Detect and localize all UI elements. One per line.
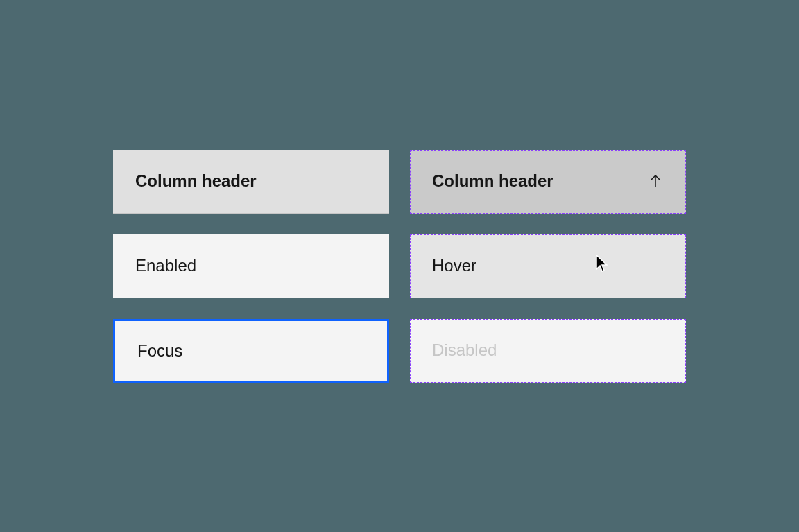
column-header-label: Column header	[432, 171, 553, 191]
row-focus[interactable]: Focus	[113, 319, 389, 383]
column-header-label: Column header	[135, 171, 257, 191]
column-header-normal[interactable]: Column header	[113, 150, 389, 214]
row-label: Focus	[137, 341, 182, 361]
arrow-up-icon	[647, 173, 664, 189]
row-hover[interactable]: Hover	[410, 234, 686, 298]
row-label: Hover	[432, 256, 476, 275]
row-disabled: Disabled	[410, 319, 686, 383]
column-header-hover[interactable]: Column header	[410, 150, 686, 214]
row-enabled[interactable]: Enabled	[113, 234, 389, 298]
row-label: Disabled	[432, 341, 497, 360]
row-label: Enabled	[135, 256, 196, 275]
cursor-icon	[594, 254, 610, 277]
